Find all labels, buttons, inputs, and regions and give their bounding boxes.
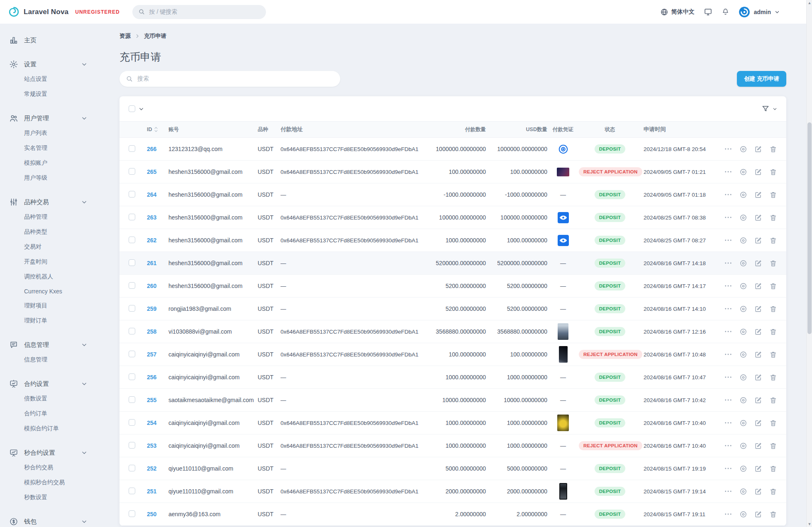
row-more-button[interactable] — [724, 327, 732, 336]
row-view-button[interactable] — [739, 510, 747, 518]
row-delete-button[interactable] — [769, 351, 777, 359]
row-edit-button[interactable] — [754, 145, 762, 153]
sidebar-item[interactable]: 调控机器人 — [0, 269, 95, 284]
sidebar-item[interactable]: 合约订单 — [0, 406, 95, 421]
row-checkbox[interactable] — [129, 465, 135, 471]
row-view-button[interactable] — [739, 191, 747, 199]
sidebar-section-3[interactable]: 品种交易 — [0, 195, 95, 210]
row-checkbox[interactable] — [129, 351, 135, 357]
row-more-button[interactable] — [724, 350, 732, 359]
row-view-button[interactable] — [739, 237, 747, 244]
row-id-link[interactable]: 258 — [147, 328, 156, 335]
row-more-button[interactable] — [724, 282, 732, 290]
voucher-eye-icon[interactable] — [558, 212, 569, 223]
row-edit-button[interactable] — [754, 282, 762, 290]
sidebar-item[interactable]: 秒数设置 — [0, 490, 95, 505]
sidebar-section-7[interactable]: 钱包 — [0, 514, 95, 527]
row-delete-button[interactable] — [769, 168, 777, 176]
voucher-image[interactable] — [559, 483, 567, 500]
sidebar-item[interactable]: 常规设置 — [0, 87, 95, 102]
sidebar-item[interactable]: 信息管理 — [0, 352, 95, 367]
create-resource-button[interactable]: 创建 充币申请 — [737, 71, 786, 87]
row-id-link[interactable]: 253 — [147, 442, 156, 449]
row-more-button[interactable] — [724, 419, 732, 427]
row-view-button[interactable] — [739, 419, 747, 427]
sidebar-item[interactable]: 开盘时间 — [0, 254, 95, 269]
row-view-button[interactable] — [739, 328, 747, 336]
row-delete-button[interactable] — [769, 442, 777, 450]
row-more-button[interactable] — [724, 145, 732, 153]
row-edit-button[interactable] — [754, 442, 762, 450]
sidebar-item[interactable]: 模拟秒合约交易 — [0, 475, 95, 490]
voucher-image[interactable] — [557, 415, 569, 431]
row-id-link[interactable]: 266 — [147, 146, 156, 152]
row-view-button[interactable] — [739, 282, 747, 290]
row-edit-button[interactable] — [754, 351, 762, 359]
row-id-link[interactable]: 264 — [147, 191, 156, 198]
row-checkbox[interactable] — [129, 442, 135, 449]
row-delete-button[interactable] — [769, 145, 777, 153]
sidebar-section-0[interactable]: 主页 — [0, 33, 95, 48]
row-id-link[interactable]: 261 — [147, 260, 156, 266]
row-checkbox[interactable] — [129, 259, 135, 266]
sort-icon[interactable] — [154, 127, 158, 132]
breadcrumb-root[interactable]: 资源 — [119, 32, 131, 40]
row-id-link[interactable]: 251 — [147, 488, 156, 495]
row-edit-button[interactable] — [754, 488, 762, 495]
sidebar-section-1[interactable]: 设置 — [0, 57, 95, 72]
sidebar-item[interactable]: Currency Kxes — [0, 284, 95, 298]
row-delete-button[interactable] — [769, 419, 777, 427]
vertical-scrollbar[interactable]: ▲ ▼ — [806, 0, 812, 527]
row-view-button[interactable] — [739, 488, 747, 495]
row-checkbox[interactable] — [129, 373, 135, 380]
row-id-link[interactable]: 259 — [147, 305, 156, 312]
sidebar-section-4[interactable]: 信息管理 — [0, 337, 95, 352]
row-delete-button[interactable] — [769, 465, 777, 473]
row-edit-button[interactable] — [754, 214, 762, 222]
sidebar-section-5[interactable]: 合约设置 — [0, 376, 95, 391]
global-search-input[interactable]: 按 / 键搜索 — [132, 5, 266, 19]
row-view-button[interactable] — [739, 373, 747, 381]
locale-switcher[interactable]: 简体中文 — [660, 8, 695, 16]
row-more-button[interactable] — [724, 259, 732, 267]
row-checkbox[interactable] — [129, 510, 135, 517]
row-delete-button[interactable] — [769, 396, 777, 404]
row-id-link[interactable]: 257 — [147, 351, 156, 358]
row-id-link[interactable]: 252 — [147, 465, 156, 472]
resource-search-input[interactable]: 搜索 — [119, 71, 340, 87]
laravel-nova-logo[interactable] — [8, 6, 20, 17]
user-menu[interactable]: admin — [739, 6, 780, 18]
row-checkbox[interactable] — [129, 488, 135, 494]
voucher-image[interactable] — [558, 323, 568, 340]
select-all-checkbox[interactable] — [129, 105, 135, 112]
row-more-button[interactable] — [724, 510, 732, 518]
row-delete-button[interactable] — [769, 373, 777, 381]
row-more-button[interactable] — [724, 213, 732, 222]
row-id-link[interactable]: 263 — [147, 214, 156, 221]
row-edit-button[interactable] — [754, 168, 762, 176]
row-more-button[interactable] — [724, 396, 732, 404]
row-edit-button[interactable] — [754, 373, 762, 381]
row-delete-button[interactable] — [769, 282, 777, 290]
row-checkbox[interactable] — [129, 419, 135, 426]
sidebar-item[interactable]: 品种类型 — [0, 224, 95, 239]
sidebar-item[interactable]: 实名管理 — [0, 141, 95, 156]
sidebar-item[interactable]: 倍数设置 — [0, 391, 95, 406]
filter-dropdown[interactable] — [761, 105, 777, 113]
row-edit-button[interactable] — [754, 305, 762, 313]
row-more-button[interactable] — [724, 305, 732, 313]
sidebar-item[interactable]: 秒合约交易 — [0, 460, 95, 475]
row-id-link[interactable]: 256 — [147, 374, 156, 381]
row-view-button[interactable] — [739, 214, 747, 222]
select-all-dropdown-icon[interactable] — [139, 106, 144, 112]
row-edit-button[interactable] — [754, 191, 762, 199]
row-delete-button[interactable] — [769, 328, 777, 336]
scrollbar-thumb[interactable] — [807, 122, 812, 334]
voucher-image[interactable] — [559, 346, 568, 363]
row-delete-button[interactable] — [769, 305, 777, 313]
row-id-link[interactable]: 255 — [147, 397, 156, 403]
column-header-id[interactable]: ID — [147, 127, 168, 132]
row-more-button[interactable] — [724, 190, 732, 199]
scroll-down-arrow[interactable]: ▼ — [807, 521, 812, 527]
row-checkbox[interactable] — [129, 305, 135, 312]
